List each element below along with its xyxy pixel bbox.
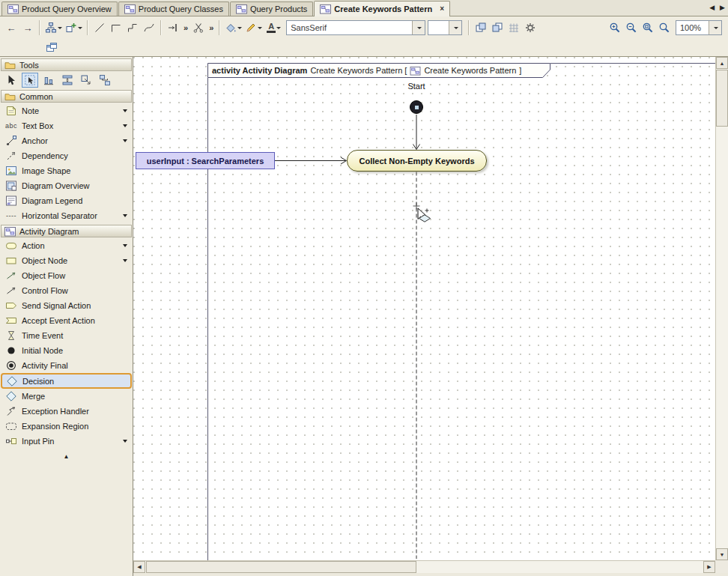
distribute-tool-button[interactable] — [59, 73, 76, 88]
diagram-properties-button[interactable] — [522, 19, 539, 36]
dropdown-arrow-icon[interactable] — [123, 259, 127, 262]
zoom-fit-button[interactable] — [640, 19, 656, 36]
palette-item-anchor[interactable]: Anchor — [0, 133, 133, 148]
document-tab-create-keywords-pattern[interactable]: Create Keywords Pattern× — [314, 1, 450, 16]
horizontal-scrollbar-thumb[interactable] — [146, 561, 416, 573]
diagram-frame-header[interactable]: activity Activity Diagram Create Keyword… — [207, 63, 550, 78]
palette-item-expansion-region[interactable]: Expansion Region — [0, 419, 133, 434]
font-size-combo[interactable] — [428, 20, 462, 35]
scroll-up-button[interactable]: ▲ — [716, 57, 728, 69]
palette-item-object-flow[interactable]: Object Flow — [0, 268, 133, 283]
swap-tool-button[interactable] — [97, 73, 113, 88]
palette-item-note[interactable]: Note — [0, 103, 133, 118]
horizontal-scrollbar[interactable]: ◀ ▶ — [133, 560, 715, 573]
font-family-combo[interactable]: SansSerif — [286, 20, 425, 35]
back-button[interactable]: ← — [3, 19, 19, 36]
align-tool-button[interactable] — [40, 73, 57, 88]
palette-item-diagram-overview[interactable]: Diagram Overview — [0, 178, 133, 193]
oblique-path-button[interactable] — [91, 19, 108, 36]
toolbar-overflow-icon[interactable]: » — [209, 23, 213, 32]
palette-item-decision[interactable]: Decision — [1, 373, 132, 389]
scroll-right-button[interactable]: ▶ — [703, 561, 715, 573]
vertical-scrollbar-thumb[interactable] — [716, 70, 728, 127]
palette-item-image-shape[interactable]: Image Shape — [0, 163, 133, 178]
zoom-group: 100% — [607, 19, 725, 36]
document-tab-product-query-classes[interactable]: Product Query Classes — [118, 1, 229, 16]
palette-section-tools[interactable]: Tools — [1, 58, 132, 71]
toolbar-overflow-icon[interactable]: » — [183, 23, 188, 32]
select-shape-tool-button[interactable] — [22, 73, 38, 88]
palette-item-object-node[interactable]: Object Node — [0, 253, 133, 268]
palette-item-control-flow[interactable]: Control Flow — [0, 283, 133, 298]
scroll-left-button[interactable]: ◀ — [133, 561, 145, 573]
palette-item-dependency[interactable]: Dependency — [0, 148, 133, 163]
palette-item-initial-node[interactable]: Initial Node — [0, 343, 133, 358]
tab-scroll-right-button[interactable]: ▶ — [720, 4, 725, 11]
add-element-button[interactable] — [64, 19, 84, 36]
dropdown-arrow-icon[interactable] — [123, 440, 127, 443]
vertical-scrollbar[interactable]: ▲ ▼ — [715, 57, 728, 560]
palette-item-input-pin[interactable]: Input Pin — [0, 434, 133, 449]
dropdown-arrow-icon[interactable] — [123, 124, 127, 127]
scroll-down-button[interactable]: ▼ — [716, 548, 728, 560]
zoom-combo[interactable]: 100% — [676, 20, 722, 35]
document-tab-query-products[interactable]: Query Products — [230, 1, 313, 16]
font-color-button[interactable]: A — [264, 19, 284, 36]
dropdown-arrow-icon[interactable] — [123, 109, 127, 112]
combo-dropdown-button[interactable] — [709, 21, 721, 34]
palette-item-action[interactable]: Action — [0, 238, 133, 253]
horizontal-separator-icon: ---- — [5, 210, 17, 222]
palette-section-label: Tools — [19, 61, 39, 70]
document-tab-product-query-overview[interactable]: Product Query Overview — [1, 1, 118, 16]
dropdown-arrow-icon[interactable] — [123, 214, 127, 217]
close-icon[interactable]: × — [440, 5, 444, 13]
palette-item-send-signal-action[interactable]: Send Signal Action — [0, 298, 133, 313]
palette-item-exception-handler[interactable]: Exception Handler — [0, 404, 133, 419]
cut-button[interactable] — [190, 19, 207, 36]
window-panels-button[interactable] — [43, 40, 60, 56]
activity-final-icon — [5, 360, 17, 372]
palette-item-diagram-legend[interactable]: Diagram Legend — [0, 193, 133, 208]
palette-item-time-event[interactable]: Time Event — [0, 328, 133, 343]
initial-node[interactable] — [410, 100, 423, 114]
palette-item-accept-event-action[interactable]: Accept Event Action — [0, 313, 133, 328]
fill-color-button[interactable] — [223, 19, 243, 36]
palette-item-label: Action — [22, 241, 45, 250]
tab-label: Product Query Overview — [22, 4, 112, 13]
palette-collapse-button[interactable]: ▲ — [0, 451, 133, 461]
object-node[interactable]: userInput : SearchParameters — [136, 152, 275, 169]
resize-tool-button[interactable] — [78, 73, 94, 88]
palette-item-horizontal-separator[interactable]: ----Horizontal Separator — [0, 208, 133, 223]
palette-item-label: Send Signal Action — [22, 301, 91, 310]
dropdown-arrow-icon[interactable] — [123, 244, 127, 247]
zoom-in-button[interactable] — [607, 19, 623, 36]
action-node[interactable]: Collect Non-Empty Keywords — [347, 150, 487, 172]
grid-button[interactable] — [506, 19, 522, 36]
pointer-tool-button[interactable] — [3, 73, 19, 88]
rectilinear-path-button[interactable] — [108, 19, 124, 36]
combo-dropdown-button[interactable] — [412, 21, 425, 34]
diagram-canvas[interactable]: activity Activity Diagram Create Keyword… — [133, 57, 715, 560]
palette-section-common[interactable]: Common — [1, 90, 132, 103]
chevron-down-icon — [417, 27, 422, 29]
zoom-selection-button[interactable] — [656, 19, 673, 36]
palette-section-activity-diagram[interactable]: Activity Diagram — [1, 225, 132, 237]
stepped-path-button[interactable] — [124, 19, 141, 36]
forward-button[interactable]: → — [19, 19, 36, 36]
tab-label: Create Keywords Pattern — [334, 4, 432, 13]
send-to-back-button[interactable] — [489, 19, 506, 36]
tab-scroll-left-button[interactable]: ◀ — [709, 4, 715, 11]
curved-path-button[interactable] — [141, 19, 157, 36]
zoom-out-button[interactable] — [623, 19, 640, 36]
flow-to-bar-button[interactable] — [165, 19, 181, 36]
palette-item-activity-final[interactable]: Activity Final — [0, 358, 133, 373]
palette-item-text-box[interactable]: abcText Box — [0, 118, 133, 133]
combo-dropdown-button[interactable] — [449, 21, 461, 34]
dropdown-arrow-icon[interactable] — [123, 139, 127, 142]
line-color-button[interactable] — [243, 19, 264, 36]
palette-item-merge[interactable]: Merge — [0, 389, 133, 404]
structure-tool-button[interactable] — [43, 19, 64, 36]
abc-glyph: abc — [5, 123, 17, 130]
bring-to-front-button[interactable] — [473, 19, 489, 36]
palette-item-label: Expansion Region — [22, 422, 88, 431]
